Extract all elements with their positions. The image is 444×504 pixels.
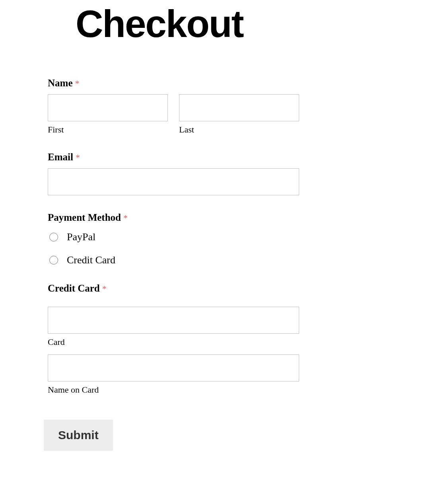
credit-card-field-group: Credit Card * Card Name on Card [48,283,299,395]
submit-button[interactable]: Submit [44,420,113,451]
first-name-sublabel: First [48,125,168,135]
last-name-input[interactable] [179,94,299,121]
required-asterisk-icon: * [123,213,128,223]
checkout-form: Name * First Last Email * Payment Method… [48,78,299,451]
payment-method-label: Payment Method [48,212,121,223]
required-asterisk-icon: * [76,152,80,162]
email-field-group: Email * [48,152,299,195]
payment-option-paypal[interactable]: PayPal [48,231,299,243]
name-on-card-input[interactable] [48,354,299,381]
name-label: Name [48,78,72,89]
required-asterisk-icon: * [75,78,79,88]
credit-card-radio-input[interactable] [49,256,58,265]
required-asterisk-icon: * [102,284,107,294]
name-on-card-sublabel: Name on Card [48,385,299,395]
payment-method-field-group: Payment Method * PayPal Credit Card [48,212,299,266]
page-title: Checkout [76,2,243,46]
credit-card-radio-label: Credit Card [67,254,115,266]
last-name-sublabel: Last [179,125,299,135]
payment-option-credit-card[interactable]: Credit Card [48,254,299,266]
credit-card-label: Credit Card [48,283,100,294]
first-name-input[interactable] [48,94,168,121]
name-field-group: Name * First Last [48,78,299,135]
email-input[interactable] [48,168,299,195]
paypal-radio-label: PayPal [67,231,95,243]
email-label: Email [48,152,73,163]
card-sublabel: Card [48,337,299,347]
paypal-radio-input[interactable] [49,233,58,241]
card-number-input[interactable] [48,307,299,334]
